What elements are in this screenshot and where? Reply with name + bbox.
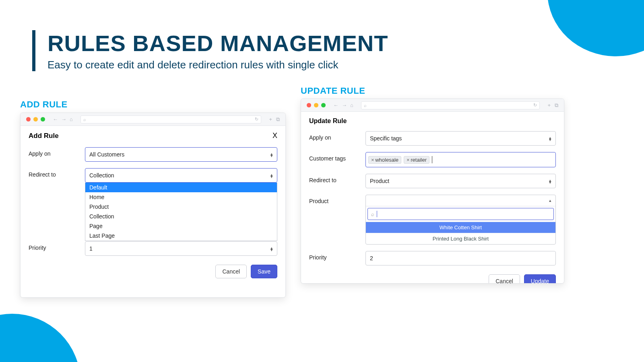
- cancel-button[interactable]: Cancel: [215, 265, 247, 278]
- priority-label: Priority: [309, 251, 365, 261]
- dropdown-option[interactable]: Product: [85, 202, 277, 212]
- add-rule-window: ← → ⌂ ⌕ ↻ + ⧉ Add Rule X Apply on All Cu…: [20, 113, 286, 298]
- browser-nav-icons: ← → ⌂: [333, 102, 353, 108]
- chevron-updown-icon: [270, 246, 273, 251]
- url-bar[interactable]: ⌕ ↻: [80, 115, 262, 123]
- dialog-title: Add Rule: [29, 132, 59, 140]
- page-heading: RULES BASED MANAGEMENT Easy to create ed…: [32, 30, 388, 71]
- apply-on-label: Apply on: [29, 147, 85, 157]
- product-option[interactable]: Printed Long Black Shirt: [366, 233, 555, 244]
- dropdown-option[interactable]: Home: [85, 192, 277, 202]
- chevron-updown-icon: [270, 152, 273, 157]
- customer-tags-input[interactable]: wholesale retailer: [365, 152, 556, 167]
- search-icon: ⌕: [83, 117, 86, 122]
- page-title: RULES BASED MANAGEMENT: [47, 30, 388, 56]
- chevron-updown-icon: [270, 173, 273, 178]
- redirect-to-label: Redirect to: [29, 168, 85, 178]
- search-icon: ⌕: [371, 211, 374, 217]
- customer-tags-label: Customer tags: [309, 152, 365, 162]
- apply-on-value: Specific tags: [370, 135, 402, 142]
- close-icon[interactable]: X: [272, 132, 277, 140]
- dropdown-option[interactable]: Collection: [85, 212, 277, 221]
- redirect-to-label: Redirect to: [309, 174, 365, 183]
- redirect-to-value: Collection: [89, 172, 114, 179]
- product-search-input[interactable]: ⌕: [367, 208, 554, 220]
- text-cursor: [377, 211, 377, 217]
- decorative-blob-top-right: [547, 0, 644, 56]
- url-bar[interactable]: ⌕ ↻: [361, 101, 540, 109]
- update-button[interactable]: Update: [524, 274, 556, 284]
- dropdown-option[interactable]: Page: [85, 221, 277, 231]
- section-label-update-rule: UPDATE RULE: [301, 86, 365, 96]
- tag-chip[interactable]: wholesale: [368, 156, 401, 164]
- browser-nav-icons: ← → ⌂: [53, 116, 73, 122]
- product-select[interactable]: ▴ ⌕ White Cotten Shirt Printed Long Blac…: [365, 195, 556, 245]
- product-label: Product: [309, 195, 365, 204]
- traffic-light-minimize-icon[interactable]: [33, 117, 38, 121]
- section-label-add-rule: ADD RULE: [20, 99, 68, 110]
- dropdown-option[interactable]: Default: [85, 183, 277, 192]
- chevron-updown-icon: [549, 179, 551, 184]
- apply-on-select[interactable]: Specific tags: [365, 131, 556, 146]
- apply-on-value: All Customers: [89, 151, 124, 158]
- save-button[interactable]: Save: [251, 265, 277, 278]
- decorative-blob-bottom-left: [0, 314, 80, 362]
- priority-value: 2: [370, 255, 373, 261]
- redirect-to-dropdown: Default Home Product Collection Page Las…: [85, 183, 277, 241]
- dropdown-option[interactable]: Last Page: [85, 231, 277, 241]
- forward-arrow-icon[interactable]: →: [342, 102, 347, 108]
- copy-window-icon[interactable]: ⧉: [555, 102, 558, 109]
- back-arrow-icon[interactable]: ←: [53, 116, 58, 122]
- forward-arrow-icon[interactable]: →: [61, 116, 66, 122]
- traffic-light-close-icon[interactable]: [26, 117, 31, 121]
- priority-input[interactable]: 2: [365, 251, 556, 265]
- dialog-title: Update Rule: [309, 117, 556, 125]
- apply-on-label: Apply on: [309, 131, 365, 141]
- reload-icon[interactable]: ↻: [533, 103, 537, 108]
- traffic-light-close-icon[interactable]: [307, 103, 311, 107]
- product-option[interactable]: White Cotten Shirt: [366, 222, 555, 233]
- back-arrow-icon[interactable]: ←: [333, 102, 339, 108]
- window-titlebar: ← → ⌂ ⌕ ↻ + ⧉: [301, 99, 564, 112]
- priority-input[interactable]: 1: [85, 241, 277, 256]
- new-tab-icon[interactable]: +: [547, 102, 551, 109]
- search-icon: ⌕: [364, 103, 367, 108]
- chevron-up-icon[interactable]: ▴: [549, 198, 551, 203]
- redirect-to-select[interactable]: Collection: [85, 168, 277, 183]
- text-cursor: [432, 156, 432, 163]
- traffic-light-minimize-icon[interactable]: [314, 103, 318, 107]
- traffic-light-zoom-icon[interactable]: [321, 103, 326, 107]
- update-rule-window: ← → ⌂ ⌕ ↻ + ⧉ Update Rule Apply on Speci…: [301, 99, 564, 284]
- new-tab-icon[interactable]: +: [269, 116, 272, 123]
- reload-icon[interactable]: ↻: [255, 117, 258, 122]
- cancel-button[interactable]: Cancel: [489, 274, 520, 284]
- chevron-updown-icon: [549, 136, 551, 141]
- redirect-to-value: Product: [370, 178, 389, 184]
- window-titlebar: ← → ⌂ ⌕ ↻ + ⧉: [21, 113, 285, 126]
- copy-window-icon[interactable]: ⧉: [276, 116, 280, 123]
- home-icon[interactable]: ⌂: [350, 102, 353, 108]
- priority-value: 1: [89, 245, 93, 252]
- home-icon[interactable]: ⌂: [70, 116, 73, 122]
- traffic-light-zoom-icon[interactable]: [41, 117, 45, 121]
- page-subtitle: Easy to create edit and delete redirecti…: [47, 59, 388, 71]
- tag-chip[interactable]: retailer: [404, 156, 429, 164]
- apply-on-select[interactable]: All Customers: [85, 147, 277, 162]
- priority-label: Priority: [29, 241, 85, 251]
- redirect-to-select[interactable]: Product: [365, 174, 556, 188]
